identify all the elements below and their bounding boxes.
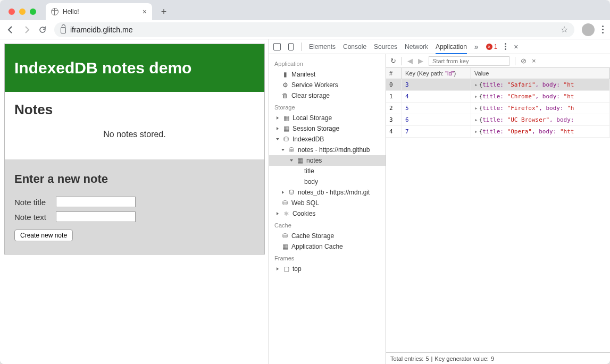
- grid-icon: ▦: [282, 243, 288, 250]
- minimize-window-button[interactable]: [19, 9, 26, 15]
- grid-icon: ▦: [283, 125, 289, 132]
- db-icon: ⛁: [282, 233, 288, 239]
- total-entries-value: 5: [425, 355, 429, 362]
- globe-icon: [51, 8, 59, 15]
- sidebar-item-notes-db[interactable]: ⛁notes - https://mdn.github: [269, 145, 386, 155]
- delete-entry-button[interactable]: ×: [532, 57, 536, 65]
- inspect-icon[interactable]: [273, 43, 281, 50]
- section-frames: Frames: [269, 252, 386, 264]
- sidebar-item-session-storage[interactable]: ▦Session Storage: [269, 123, 386, 134]
- devtools-tabs: Elements Console Sources Network Applica…: [269, 39, 610, 54]
- col-value[interactable]: Value: [471, 68, 610, 79]
- address-bar[interactable]: iframeidb.glitch.me ☆: [54, 22, 574, 37]
- expand-icon: [276, 138, 279, 140]
- error-count: 1: [494, 43, 498, 50]
- sidebar-item-cache-storage[interactable]: ⛁Cache Storage: [269, 231, 386, 241]
- table-row[interactable]: 14▸{title: "Chrome", body: "ht: [386, 91, 610, 103]
- expand-icon: [277, 212, 279, 215]
- content: IndexedDB notes demo Notes No notes stor…: [0, 39, 610, 364]
- db-icon: ⛁: [283, 136, 289, 142]
- form-heading: Enter a new note: [14, 172, 255, 186]
- table-row[interactable]: 25▸{title: "Firefox", body: "h: [386, 103, 610, 114]
- lock-icon: [61, 27, 66, 33]
- table-row[interactable]: 36▸{title: "UC Browser", body:: [386, 114, 610, 126]
- clear-store-button[interactable]: ⊘: [521, 57, 527, 65]
- device-toggle-icon[interactable]: [288, 43, 294, 50]
- sidebar-item-manifest[interactable]: ▮Manifest: [269, 69, 386, 80]
- cell-index: 1: [386, 91, 402, 102]
- new-tab-button[interactable]: +: [156, 5, 171, 20]
- cell-value: ▸{title: "UC Browser", body:: [471, 114, 610, 125]
- browser-tab[interactable]: Hello! ×: [46, 3, 152, 20]
- note-title-label: Note title: [14, 198, 56, 207]
- forward-button[interactable]: [22, 26, 31, 34]
- note-title-input[interactable]: [56, 197, 136, 207]
- tab-console[interactable]: Console: [343, 40, 366, 54]
- sidebar-item-top-frame[interactable]: ▢top: [269, 264, 386, 274]
- create-note-button[interactable]: Create new note: [14, 230, 73, 241]
- browser-window: Hello! × + iframeidb.glitch.me ☆ Indexe: [0, 0, 610, 364]
- window-controls: [5, 9, 39, 20]
- page-title: IndexedDB notes demo: [14, 59, 255, 77]
- devtools-close-button[interactable]: ×: [514, 43, 518, 51]
- cell-key: 4: [402, 91, 471, 102]
- prev-page-button[interactable]: ◀: [407, 57, 413, 65]
- bookmark-button[interactable]: ☆: [561, 24, 568, 35]
- table-row[interactable]: 47▸{title: "Opera", body: "htt: [386, 126, 610, 138]
- sidebar-item-notesdb2[interactable]: ⛁notes_db - https://mdn.git: [269, 187, 386, 198]
- error-icon: ×: [486, 44, 492, 50]
- tab-network[interactable]: Network: [405, 40, 428, 54]
- tab-elements[interactable]: Elements: [309, 40, 336, 54]
- db-icon: ⛁: [288, 189, 295, 196]
- col-key[interactable]: Key (Key path: "id"): [402, 68, 471, 79]
- table-row[interactable]: 03▸{title: "Safari", body: "ht: [386, 79, 610, 91]
- sidebar-item-indexeddb[interactable]: ⛁IndexedDB: [269, 134, 386, 145]
- sidebar-item-clear-storage[interactable]: 🗑Clear storage: [269, 90, 386, 101]
- frame-icon: ▢: [283, 266, 289, 272]
- section-storage: Storage: [269, 101, 386, 113]
- url-text: iframeidb.glitch.me: [70, 26, 133, 34]
- sidebar-item-body-index[interactable]: body: [269, 176, 386, 187]
- maximize-window-button[interactable]: [30, 9, 36, 15]
- refresh-button[interactable]: ↻: [390, 57, 396, 65]
- sidebar-item-cookies[interactable]: ⚛Cookies: [269, 208, 386, 219]
- menu-button[interactable]: [602, 26, 604, 33]
- keygen-label: Key generator value:: [434, 355, 489, 362]
- profile-button[interactable]: [582, 23, 595, 36]
- sidebar-item-title-index[interactable]: title: [269, 166, 386, 176]
- back-button[interactable]: [6, 26, 15, 34]
- application-sidebar: Application ▮Manifest ⚙Service Workers 🗑…: [269, 54, 386, 364]
- tab-sources[interactable]: Sources: [374, 40, 397, 54]
- no-notes-message: No notes stored.: [14, 130, 255, 139]
- close-tab-button[interactable]: ×: [143, 7, 147, 16]
- sidebar-item-notes-store[interactable]: ▦notes: [269, 155, 386, 166]
- close-window-button[interactable]: [9, 9, 15, 15]
- cell-key: 5: [402, 103, 471, 114]
- new-note-form: Enter a new note Note title Note text Cr…: [5, 159, 264, 254]
- data-footer: Total entries: 5 | Key generator value: …: [386, 352, 610, 364]
- cell-key: 6: [402, 114, 471, 125]
- key-search-input[interactable]: [429, 56, 509, 66]
- db-icon: ⛁: [282, 200, 288, 206]
- expand-icon: [277, 267, 279, 270]
- cookie-icon: ⚛: [283, 210, 289, 217]
- more-tabs-button[interactable]: »: [474, 43, 479, 51]
- tab-application[interactable]: Application: [436, 40, 467, 54]
- cell-key: 3: [402, 79, 471, 90]
- devtools-menu-button[interactable]: [505, 43, 506, 50]
- notes-section: Notes No notes stored.: [5, 92, 264, 159]
- reload-button[interactable]: [38, 26, 47, 34]
- next-page-button[interactable]: ▶: [418, 57, 423, 65]
- sidebar-item-websql[interactable]: ⛁Web SQL: [269, 198, 386, 208]
- table-header: # Key (Key path: "id") Value: [386, 68, 610, 79]
- sidebar-item-local-storage[interactable]: ▦Local Storage: [269, 113, 386, 123]
- col-index[interactable]: #: [386, 68, 402, 79]
- note-text-input[interactable]: [56, 211, 136, 222]
- expand-icon: [281, 149, 285, 151]
- devtools: Elements Console Sources Network Applica…: [269, 39, 610, 364]
- sidebar-item-app-cache[interactable]: ▦Application Cache: [269, 241, 386, 252]
- error-indicator[interactable]: × 1: [486, 43, 498, 50]
- tab-title: Hello!: [63, 8, 79, 15]
- grid-icon: ▦: [283, 115, 289, 121]
- sidebar-item-service-workers[interactable]: ⚙Service Workers: [269, 80, 386, 90]
